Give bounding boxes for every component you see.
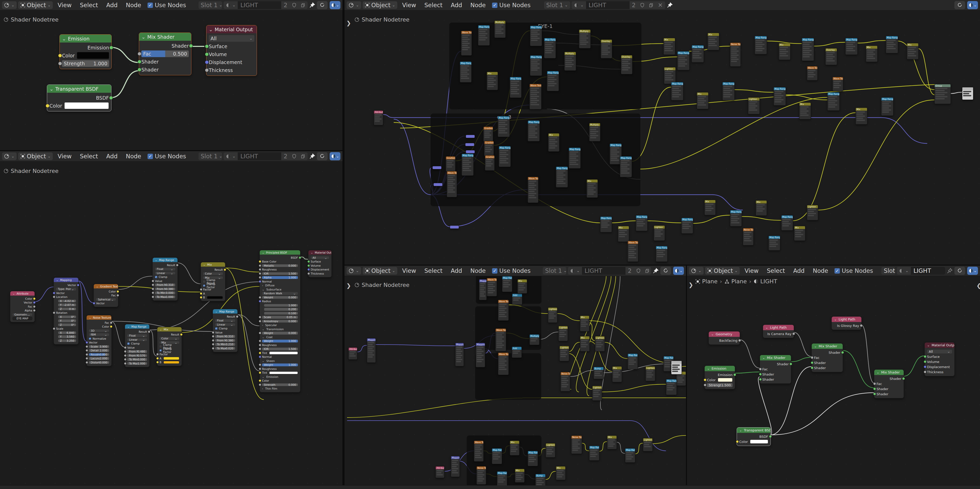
node-map-range[interactable]: Map Range <box>677 51 689 70</box>
socket[interactable] <box>152 288 154 290</box>
vector-component-field[interactable]: 0.100 <box>264 312 298 315</box>
socket[interactable] <box>841 351 844 354</box>
vector-component-field[interactable]: Z0 m <box>58 307 76 311</box>
socket[interactable] <box>110 322 113 324</box>
socket[interactable] <box>759 373 762 376</box>
material-users-count[interactable]: 2 <box>281 153 290 160</box>
node-mapping[interactable]: Mapping <box>479 279 487 300</box>
node-multiply[interactable]: Multiply <box>530 334 539 345</box>
socket[interactable] <box>924 366 926 368</box>
node-transparent-bsdf[interactable]: ⌄Transparent BSDFBSDFColor <box>47 84 111 111</box>
socket[interactable] <box>176 264 178 266</box>
node-emission[interactable]: ⌄EmissionEmissionColorStrength1.500 <box>705 366 735 389</box>
dropdown[interactable]: Color⌄ <box>159 337 179 340</box>
node-attribute[interactable]: Attribute <box>348 347 357 360</box>
node-lighten[interactable]: Lighten <box>748 97 760 114</box>
node-material-output[interactable]: ⌄Material OutputAll⌄SurfaceVolumeDisplac… <box>924 342 955 376</box>
menu-add[interactable]: Add <box>447 268 466 274</box>
socket[interactable] <box>138 60 142 64</box>
value-slider[interactable]: From Max0.380 <box>215 339 235 342</box>
node-lighten[interactable]: Lighten <box>643 438 653 451</box>
breadcrumb[interactable]: Shader Nodetree <box>355 282 410 288</box>
node-mapping[interactable]: Mapping <box>476 343 485 367</box>
socket[interactable] <box>86 349 88 352</box>
socket[interactable] <box>704 379 706 381</box>
node-lighten[interactable]: Lighten <box>592 386 602 401</box>
node-wave-text[interactable]: Wave Text <box>461 31 472 56</box>
node-map-range[interactable]: Map Range <box>497 471 507 486</box>
node-attribute[interactable]: Attribute <box>436 466 444 478</box>
menu-view[interactable]: View <box>399 268 420 274</box>
socket[interactable] <box>53 312 55 314</box>
socket[interactable] <box>259 355 261 358</box>
dropdown[interactable]: Geometry⌄ <box>13 313 32 316</box>
socket[interactable] <box>200 292 202 295</box>
node-map-range[interactable]: Map Range <box>461 154 474 176</box>
material-name-field[interactable]: LIGHT <box>238 153 281 160</box>
text-field[interactable]: EYE-MAP <box>13 317 32 320</box>
socket[interactable] <box>86 361 88 364</box>
node-map-range[interactable]: Map Range <box>492 448 502 464</box>
socket[interactable] <box>259 384 261 386</box>
node-geometry[interactable]: ⌄GeometryBackfacing <box>708 331 740 345</box>
socket[interactable] <box>759 378 762 381</box>
socket[interactable] <box>811 362 813 364</box>
node-map-range[interactable]: Map Range <box>802 38 814 61</box>
material-users-count[interactable]: 2 <box>281 1 290 9</box>
material-browse-dropdown[interactable]: ⌄ <box>572 1 586 9</box>
socket[interactable] <box>53 292 55 294</box>
node-map-range[interactable]: Map Range <box>628 354 638 370</box>
node-mix-shader[interactable]: ⌄Mix ShaderShaderFacShaderShader <box>874 370 904 398</box>
socket[interactable] <box>873 393 876 395</box>
value-slider[interactable]: From Max0.380 <box>155 288 175 290</box>
use-nodes-checkbox[interactable]: ✓ <box>835 268 840 274</box>
node-map-range[interactable]: Map Range <box>773 87 786 105</box>
editor-type-dropdown[interactable]: ⌄ <box>347 1 361 9</box>
pane-corner-arrow[interactable]: ❮ <box>977 282 980 289</box>
socket[interactable] <box>733 373 736 376</box>
menu-add[interactable]: Add <box>103 2 121 8</box>
node-map-range[interactable]: Map Range <box>730 210 742 226</box>
node-multiply[interactable]: Multiply <box>564 52 576 71</box>
socket[interactable] <box>58 54 62 57</box>
material-slot-dropdown[interactable]: Slot 1⌄ <box>881 267 895 275</box>
snap-toggle-button[interactable] <box>317 152 328 160</box>
menu-select[interactable]: Select <box>764 268 788 274</box>
node-mix[interactable]: ⌄MixResultColor⌄Mix⌄Clamp Result✓Clamp F… <box>157 327 182 366</box>
socket[interactable] <box>759 368 762 371</box>
shader-type-dropdown[interactable]: Object ⌄ <box>18 153 53 160</box>
fake-user-shield-icon[interactable] <box>290 153 299 160</box>
material-name-field[interactable]: LIGHT <box>582 267 625 275</box>
node-canvas[interactable]: AttributeMappingMappingMappingWave TextA… <box>345 276 686 486</box>
value-slider[interactable]: Weight0.000 <box>262 332 298 334</box>
socket[interactable] <box>93 302 95 304</box>
menu-node[interactable]: Node <box>810 268 831 274</box>
node-lighten[interactable]: Lighten <box>654 225 665 241</box>
socket[interactable] <box>148 330 150 333</box>
node-map-range[interactable]: Map Range <box>600 217 612 233</box>
node-canvas[interactable]: ⌄GeometryBackfacing⌄Light PathIs Camera … <box>687 276 980 486</box>
value-slider[interactable]: To Max0.020 <box>215 347 235 350</box>
node-gradient[interactable]: Gradient <box>485 155 495 170</box>
dropdown[interactable]: Spherical⌄ <box>96 298 116 301</box>
socket[interactable] <box>200 296 202 299</box>
node-map-range[interactable]: Map Range <box>755 36 767 54</box>
node-map-range[interactable]: Map Range <box>544 38 556 58</box>
node-noise-text[interactable]: Noise Text <box>571 435 582 454</box>
socket[interactable] <box>873 387 876 390</box>
vector-component-field[interactable]: X-4.02 m <box>58 300 76 303</box>
menu-view[interactable]: View <box>741 268 762 274</box>
panel-collapse-row[interactable]: ⌄Subsurface <box>260 287 300 291</box>
pin-icon[interactable] <box>309 153 315 159</box>
fake-user-shield-icon[interactable] <box>638 1 647 9</box>
socket[interactable] <box>138 68 142 72</box>
snap-toggle-button[interactable] <box>317 1 328 9</box>
node-wave-text[interactable]: Wave Text <box>487 278 497 296</box>
value-slider[interactable]: To Min0.000 <box>127 358 147 361</box>
socket[interactable] <box>259 379 261 382</box>
socket[interactable] <box>924 360 926 363</box>
socket[interactable] <box>236 315 239 318</box>
node-mix[interactable]: Mix <box>779 43 791 60</box>
vector-component-field[interactable]: 0.200 <box>264 308 298 311</box>
value-slider[interactable]: Strength1.000 <box>62 60 109 67</box>
